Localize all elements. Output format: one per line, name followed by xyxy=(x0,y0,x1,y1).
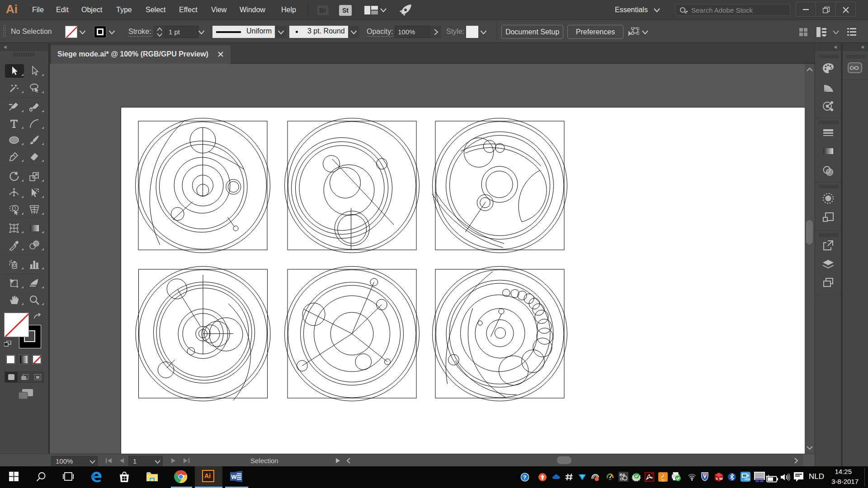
svg-text:S: S xyxy=(716,477,718,481)
svg-text:O: O xyxy=(620,477,623,481)
svg-text:intel: intel xyxy=(745,478,750,481)
svg-text:W: W xyxy=(231,474,237,480)
svg-text:V: V xyxy=(703,474,706,478)
svg-text:W: W xyxy=(719,477,723,481)
svg-text:?: ? xyxy=(523,474,527,481)
